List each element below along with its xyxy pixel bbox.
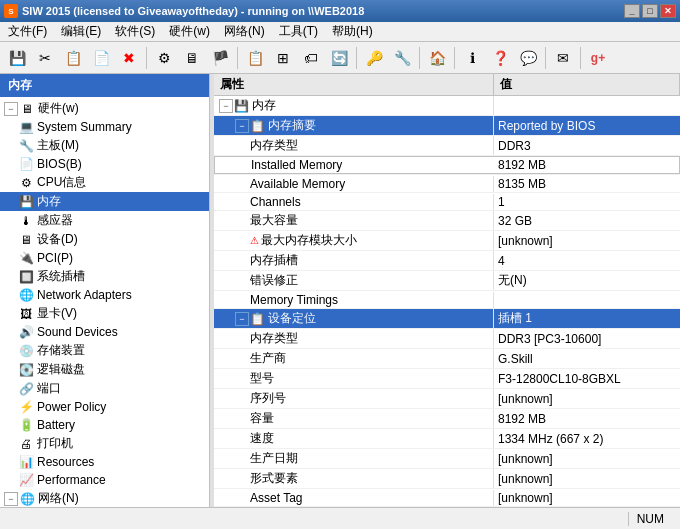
row-model[interactable]: 型号 F3-12800CL10-8GBXL [214, 369, 680, 389]
toolbar-wrench[interactable]: 🔧 [389, 45, 415, 71]
toolbar-stop[interactable]: ✖ [116, 45, 142, 71]
row-max-capacity[interactable]: 最大容量 32 GB [214, 211, 680, 231]
toolbar-grid[interactable]: ⊞ [270, 45, 296, 71]
tree-hardware-root[interactable]: − 🖥 硬件(w) [0, 99, 209, 118]
cpu-label: CPU信息 [37, 174, 86, 191]
sidebar-item-printer[interactable]: 🖨 打印机 [0, 434, 209, 453]
network-expand[interactable]: − [4, 492, 18, 506]
sidebar-item-performance[interactable]: 📈 Performance [0, 471, 209, 489]
row-max-module[interactable]: ⚠ 最大内存模块大小 [unknown] [214, 231, 680, 251]
summary-expand[interactable]: − [235, 119, 249, 133]
devices-label: 设备(D) [37, 231, 78, 248]
memory-parent-row[interactable]: − 💾 内存 [214, 96, 680, 116]
row-manufacturer[interactable]: 生产商 G.Skill [214, 349, 680, 369]
tree-container[interactable]: − 🖥 硬件(w) 💻 System Summary 🔧 主板(M) 📄 BIO… [0, 97, 209, 507]
row-capacity[interactable]: 容量 8192 MB [214, 409, 680, 429]
toolbar-cut[interactable]: ✂ [32, 45, 58, 71]
toolbar-sep1 [146, 47, 147, 69]
logical-disk-label: 逻辑磁盘 [37, 361, 85, 378]
minimize-button[interactable]: _ [624, 4, 640, 18]
sidebar-item-motherboard[interactable]: 🔧 主板(M) [0, 136, 209, 155]
toolbar-google[interactable]: g+ [585, 45, 611, 71]
row-available-memory[interactable]: Available Memory 8135 MB [214, 175, 680, 193]
capacity-val: 8192 MB [494, 411, 680, 427]
sidebar-item-graphics[interactable]: 🖼 显卡(V) [0, 304, 209, 323]
toolbar-home[interactable]: 🏠 [424, 45, 450, 71]
logical-disk-icon: 💽 [18, 362, 34, 378]
row-asset-tag[interactable]: Asset Tag [unknown] [214, 489, 680, 507]
sidebar-item-network-adapters[interactable]: 🌐 Network Adapters [0, 286, 209, 304]
sidebar-item-logical-disk[interactable]: 💽 逻辑磁盘 [0, 360, 209, 379]
close-button[interactable]: ✕ [660, 4, 676, 18]
sidebar-item-cpu[interactable]: ⚙ CPU信息 [0, 173, 209, 192]
row-form-factor[interactable]: 形式要素 [unknown] [214, 469, 680, 489]
sidebar-item-sensors[interactable]: 🌡 感应器 [0, 211, 209, 230]
toolbar-refresh[interactable]: 🔄 [326, 45, 352, 71]
cpu-icon: ⚙ [18, 175, 34, 191]
row-ecc[interactable]: 错误修正 无(N) [214, 271, 680, 291]
toolbar-key[interactable]: 🔑 [361, 45, 387, 71]
menu-software[interactable]: 软件(S) [109, 21, 161, 42]
menu-hardware[interactable]: 硬件(w) [163, 21, 216, 42]
toolbar-save[interactable]: 💾 [4, 45, 30, 71]
sidebar-item-sound[interactable]: 🔊 Sound Devices [0, 323, 209, 341]
toolbar-question[interactable]: ❓ [487, 45, 513, 71]
summary-label: System Summary [37, 120, 132, 134]
row-mfr-date[interactable]: 生产日期 [unknown] [214, 449, 680, 469]
row-mem-slots[interactable]: 内存插槽 4 [214, 251, 680, 271]
tree-network-root[interactable]: − 🌐 网络(N) [0, 489, 209, 507]
sidebar-item-ports[interactable]: 🔗 端口 [0, 379, 209, 398]
performance-icon: 📈 [18, 472, 34, 488]
row-channels[interactable]: Channels 1 [214, 193, 680, 211]
row-mem-type2[interactable]: 内存类型 DDR3 [PC3-10600] [214, 329, 680, 349]
sidebar-item-resources[interactable]: 📊 Resources [0, 453, 209, 471]
device-location-header[interactable]: − 📋 设备定位 插槽 1 [214, 309, 680, 329]
toolbar-settings[interactable]: ⚙ [151, 45, 177, 71]
avail-mem-attr: Available Memory [214, 176, 494, 192]
max-cap-attr: 最大容量 [214, 211, 494, 230]
summary-icon: 💻 [18, 119, 34, 135]
memory-parent-expand[interactable]: − [219, 99, 233, 113]
dev-loc-expand[interactable]: − [235, 312, 249, 326]
memory-summary-attr: − 📋 内存摘要 [214, 116, 494, 135]
sidebar-item-pci[interactable]: 🔌 PCI(P) [0, 249, 209, 267]
row-mem-type[interactable]: 内存类型 DDR3 [214, 136, 680, 156]
row-speed[interactable]: 速度 1334 MHz (667 x 2) [214, 429, 680, 449]
speed-attr: 速度 [214, 429, 494, 448]
row-installed-memory[interactable]: Installed Memory 8192 MB [214, 156, 680, 175]
titlebar-controls[interactable]: _ □ ✕ [624, 4, 676, 18]
row-timings[interactable]: Memory Timings [214, 291, 680, 309]
toolbar-chat[interactable]: 💬 [515, 45, 541, 71]
toolbar-display[interactable]: 🖥 [179, 45, 205, 71]
sidebar-item-battery[interactable]: 🔋 Battery [0, 416, 209, 434]
menu-help[interactable]: 帮助(H) [326, 21, 379, 42]
sidebar-item-devices[interactable]: 🖥 设备(D) [0, 230, 209, 249]
menubar: 文件(F) 编辑(E) 软件(S) 硬件(w) 网络(N) 工具(T) 帮助(H… [0, 22, 680, 42]
toolbar-copy[interactable]: 📋 [60, 45, 86, 71]
toolbar-tag[interactable]: 🏷 [298, 45, 324, 71]
sidebar-item-slots[interactable]: 🔲 系统插槽 [0, 267, 209, 286]
slots-icon: 🔲 [18, 269, 34, 285]
sidebar-item-summary[interactable]: 💻 System Summary [0, 118, 209, 136]
toolbar-mail[interactable]: ✉ [550, 45, 576, 71]
table-container[interactable]: − 💾 内存 − 📋 内存摘要 Reported by BIOS 内存类型 DD… [214, 96, 680, 507]
sidebar-item-bios[interactable]: 📄 BIOS(B) [0, 155, 209, 173]
menu-edit[interactable]: 编辑(E) [55, 21, 107, 42]
menu-tools[interactable]: 工具(T) [273, 21, 324, 42]
channels-val: 1 [494, 194, 680, 210]
toolbar-file[interactable]: 📄 [88, 45, 114, 71]
toolbar-list[interactable]: 📋 [242, 45, 268, 71]
sidebar-item-power[interactable]: ⚡ Power Policy [0, 398, 209, 416]
menu-file[interactable]: 文件(F) [2, 21, 53, 42]
toolbar-flag[interactable]: 🏴 [207, 45, 233, 71]
memory-summary-header[interactable]: − 📋 内存摘要 Reported by BIOS [214, 116, 680, 136]
sidebar-item-storage[interactable]: 💿 存储装置 [0, 341, 209, 360]
toolbar-info[interactable]: ℹ [459, 45, 485, 71]
menu-network[interactable]: 网络(N) [218, 21, 271, 42]
maximize-button[interactable]: □ [642, 4, 658, 18]
hardware-expand[interactable]: − [4, 102, 18, 116]
summary-row-icon: 📋 [250, 119, 265, 133]
sidebar-item-memory[interactable]: 💾 内存 [0, 192, 209, 211]
column-headers: 属性 值 [214, 74, 680, 96]
row-serial[interactable]: 序列号 [unknown] [214, 389, 680, 409]
